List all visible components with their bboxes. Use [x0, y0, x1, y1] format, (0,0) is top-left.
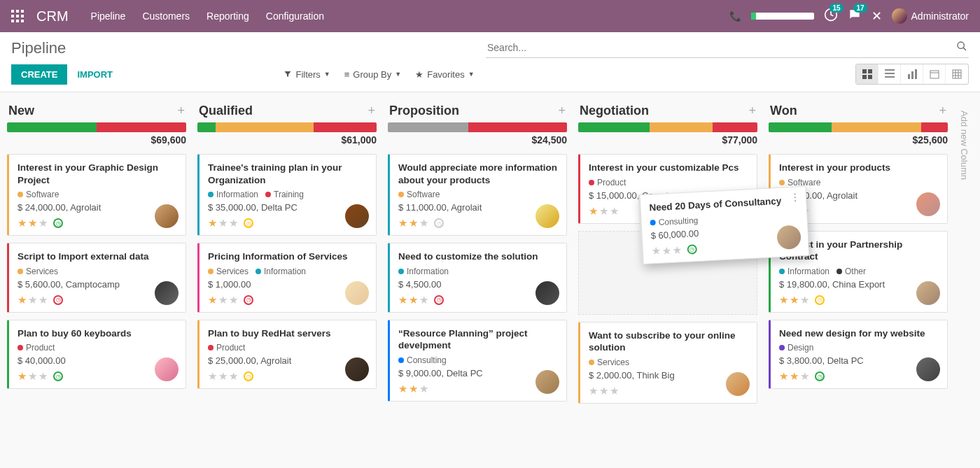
star-icon[interactable]: ★: [662, 244, 671, 257]
clock-icon[interactable]: ◷: [815, 371, 825, 381]
star-icon[interactable]: ★: [18, 294, 27, 306]
star-icon[interactable]: ★: [218, 370, 227, 383]
notif-badge-1: 15: [830, 3, 843, 13]
column-add-icon[interactable]: +: [748, 104, 756, 118]
view-pivot-icon[interactable]: [946, 64, 968, 84]
create-button[interactable]: CREATE: [11, 64, 67, 85]
clock-icon[interactable]: ◷: [244, 218, 253, 228]
close-icon[interactable]: ✕: [872, 8, 882, 24]
star-icon[interactable]: ★: [28, 370, 37, 383]
kanban-card[interactable]: Script to Import external data Services …: [7, 243, 186, 313]
star-icon[interactable]: ★: [229, 294, 238, 306]
kanban-card[interactable]: Want to subscribe to your online solutio…: [578, 322, 757, 404]
nav-pipeline[interactable]: Pipeline: [91, 10, 126, 22]
kanban-card[interactable]: Would appreciate more information about …: [388, 154, 567, 236]
apps-icon[interactable]: [11, 10, 24, 22]
brand[interactable]: CRM: [36, 8, 69, 24]
more-icon[interactable]: ⋮: [790, 191, 801, 203]
star-icon[interactable]: ★: [419, 294, 428, 306]
star-icon[interactable]: ★: [218, 217, 227, 229]
star-icon[interactable]: ★: [610, 205, 619, 218]
star-icon[interactable]: ★: [38, 217, 48, 229]
column-add-icon[interactable]: +: [177, 104, 185, 118]
star-icon[interactable]: ★: [208, 217, 217, 229]
clock-icon[interactable]: ◷: [434, 295, 444, 305]
clock-icon[interactable]: ◷: [53, 295, 63, 305]
star-icon[interactable]: ★: [589, 205, 598, 218]
kanban-card[interactable]: “Resource Planning” project develpment C…: [388, 320, 567, 402]
import-button[interactable]: IMPORT: [77, 69, 113, 80]
card-subtitle: $ 1,000.00: [208, 279, 368, 290]
view-list-icon[interactable]: [878, 64, 901, 84]
favorites-button[interactable]: ★Favorites▼: [415, 69, 474, 80]
nav-customers[interactable]: Customers: [142, 10, 190, 22]
kanban-card[interactable]: Trainee's training plan in your Organiza…: [197, 154, 377, 236]
star-icon[interactable]: ★: [599, 385, 608, 397]
kanban-card[interactable]: Plan to buy 60 keyboards Product $ 40,00…: [7, 320, 186, 390]
nav-reporting[interactable]: Reporting: [206, 10, 249, 22]
kanban-card[interactable]: Pricing Information of Services Services…: [197, 243, 377, 313]
clock-icon[interactable]: ◷: [687, 244, 697, 255]
notif-clock[interactable]: 15: [824, 8, 838, 24]
tag: Other: [836, 267, 866, 276]
star-icon[interactable]: ★: [790, 370, 799, 383]
star-icon[interactable]: ★: [409, 217, 418, 229]
add-column-button[interactable]: Add new Column: [959, 104, 969, 411]
star-icon[interactable]: ★: [218, 294, 227, 306]
column-add-icon[interactable]: +: [558, 104, 566, 118]
clock-icon[interactable]: ◷: [53, 218, 63, 228]
user-menu[interactable]: Administrator: [892, 8, 969, 24]
star-icon[interactable]: ★: [409, 383, 418, 395]
view-kanban-icon[interactable]: [856, 64, 878, 84]
kanban-card[interactable]: Interest in your Graphic Design Project …: [7, 154, 186, 236]
kanban-card[interactable]: Need to customize the solution Informati…: [388, 243, 567, 313]
star-icon[interactable]: ★: [28, 294, 37, 306]
star-icon[interactable]: ★: [672, 243, 682, 257]
nav-configuration[interactable]: Configuration: [266, 10, 324, 22]
groupby-button[interactable]: ≡Group By▼: [344, 69, 401, 80]
view-calendar-icon[interactable]: [923, 64, 946, 84]
star-icon[interactable]: ★: [398, 294, 407, 306]
star-icon[interactable]: ★: [38, 294, 48, 306]
star-icon[interactable]: ★: [790, 294, 799, 306]
phone-icon[interactable]: 📞: [729, 10, 741, 22]
star-icon[interactable]: ★: [419, 217, 428, 229]
star-icon[interactable]: ★: [398, 383, 407, 395]
star-icon[interactable]: ★: [229, 370, 238, 383]
search-icon[interactable]: [956, 41, 967, 55]
star-icon[interactable]: ★: [800, 294, 809, 306]
kanban-card[interactable]: ⋮ Need 20 Days of Consultancy Consulting…: [638, 186, 810, 264]
star-icon[interactable]: ★: [419, 383, 428, 395]
card-subtitle: $ 40,000.00: [18, 355, 177, 366]
star-icon[interactable]: ★: [800, 370, 809, 383]
star-icon[interactable]: ★: [651, 244, 661, 257]
star-icon[interactable]: ★: [779, 294, 788, 306]
clock-icon[interactable]: ◷: [244, 371, 253, 381]
star-icon[interactable]: ★: [229, 217, 238, 229]
kanban-card[interactable]: Need new design for my website Design $ …: [769, 320, 948, 390]
clock-icon[interactable]: ◷: [244, 295, 253, 305]
star-icon[interactable]: ★: [599, 205, 608, 218]
clock-icon[interactable]: ◷: [815, 295, 825, 305]
star-icon[interactable]: ★: [28, 217, 37, 229]
search-input[interactable]: [486, 38, 969, 58]
filters-button[interactable]: Filters▼: [284, 69, 330, 80]
topbar: CRM PipelineCustomersReportingConfigurat…: [0, 0, 980, 32]
star-icon[interactable]: ★: [409, 294, 418, 306]
star-icon[interactable]: ★: [398, 217, 407, 229]
clock-icon[interactable]: ◷: [53, 371, 63, 381]
star-icon[interactable]: ★: [610, 385, 619, 397]
column-add-icon[interactable]: +: [939, 104, 946, 118]
star-icon[interactable]: ★: [208, 370, 217, 383]
star-icon[interactable]: ★: [18, 217, 27, 229]
column-add-icon[interactable]: +: [368, 104, 375, 118]
kanban-card[interactable]: Plan to buy RedHat servers Product $ 25,…: [197, 320, 377, 390]
star-icon[interactable]: ★: [38, 370, 48, 383]
star-icon[interactable]: ★: [589, 385, 598, 397]
clock-icon[interactable]: ◷: [434, 218, 444, 228]
star-icon[interactable]: ★: [779, 370, 788, 383]
view-graph-icon[interactable]: [901, 64, 923, 84]
star-icon[interactable]: ★: [208, 294, 217, 306]
star-icon[interactable]: ★: [18, 370, 27, 383]
notif-chat[interactable]: 17: [848, 8, 862, 24]
